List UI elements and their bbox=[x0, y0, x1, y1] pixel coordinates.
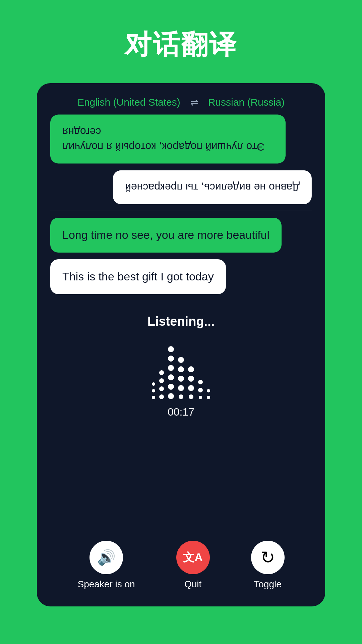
chat-card: English (United States) ⇌ Russian (Russi… bbox=[37, 83, 325, 606]
dot bbox=[188, 385, 194, 391]
bottom-controls: 🔊 Speaker is on 文A Quit ↻ Toggle bbox=[50, 541, 312, 590]
toggle-button[interactable]: ↻ bbox=[251, 541, 285, 574]
flipped-msg-white: Давно не виделись, ты прекрасней bbox=[113, 170, 312, 204]
dot bbox=[178, 366, 184, 372]
language-bar: English (United States) ⇌ Russian (Russi… bbox=[50, 97, 312, 108]
speaker-label: Speaker is on bbox=[77, 579, 135, 590]
dot-col-4 bbox=[178, 357, 184, 399]
toggle-icon: ↻ bbox=[260, 547, 275, 568]
dot bbox=[152, 396, 155, 399]
msg-long-time: Long time no see, you are more beautiful bbox=[50, 218, 282, 253]
timer: 00:17 bbox=[168, 406, 194, 418]
dot bbox=[168, 365, 174, 371]
dot bbox=[152, 382, 155, 386]
msg-best-gift: This is the best gift I got today bbox=[50, 259, 226, 294]
waveform bbox=[152, 339, 210, 399]
dot bbox=[207, 389, 210, 392]
dot bbox=[178, 376, 184, 382]
dot-col-5 bbox=[188, 366, 194, 399]
chat-divider bbox=[50, 211, 312, 211]
page-title: 对话翻译 bbox=[125, 27, 237, 63]
listening-area: Listening... bbox=[50, 304, 312, 590]
dot bbox=[168, 346, 174, 352]
translate-icon: 文A bbox=[183, 550, 203, 565]
toggle-label: Toggle bbox=[254, 579, 282, 590]
toggle-control[interactable]: ↻ Toggle bbox=[251, 541, 285, 590]
dot bbox=[198, 380, 203, 384]
dot bbox=[168, 374, 174, 380]
dot bbox=[159, 378, 164, 383]
dot bbox=[168, 356, 174, 362]
flipped-messages-area: Это лучший подарок, который я получил се… bbox=[50, 115, 312, 204]
flipped-msg-green: Это лучший подарок, который я получил се… bbox=[50, 115, 286, 164]
dot-col-6 bbox=[198, 380, 203, 399]
dot bbox=[188, 376, 194, 382]
speaker-icon: 🔊 bbox=[97, 549, 116, 566]
dot bbox=[198, 388, 203, 392]
dot bbox=[168, 384, 174, 390]
lang-left[interactable]: English (United States) bbox=[77, 97, 180, 108]
dot bbox=[207, 396, 210, 399]
dot-col-7 bbox=[207, 389, 210, 399]
quit-label: Quit bbox=[184, 579, 201, 590]
dot bbox=[179, 394, 183, 399]
speaker-control[interactable]: 🔊 Speaker is on bbox=[77, 541, 135, 590]
dot-col-2 bbox=[159, 370, 164, 399]
speaker-button[interactable]: 🔊 bbox=[89, 541, 123, 574]
dot bbox=[178, 385, 184, 391]
dot bbox=[199, 396, 202, 399]
dot bbox=[168, 393, 174, 399]
quit-control[interactable]: 文A Quit bbox=[176, 541, 210, 590]
normal-messages-area: Long time no see, you are more beautiful… bbox=[50, 218, 312, 294]
dot bbox=[188, 366, 194, 372]
dot bbox=[159, 394, 164, 399]
dot-col-3 bbox=[168, 346, 174, 399]
quit-button[interactable]: 文A bbox=[176, 541, 210, 574]
dot-col-1 bbox=[152, 382, 155, 399]
dot bbox=[189, 394, 193, 399]
lang-right[interactable]: Russian (Russia) bbox=[208, 97, 285, 108]
listening-label: Listening... bbox=[147, 314, 215, 329]
dot bbox=[159, 370, 164, 375]
swap-icon[interactable]: ⇌ bbox=[190, 97, 198, 108]
dot bbox=[152, 389, 155, 392]
dot bbox=[178, 357, 184, 363]
dot bbox=[159, 386, 164, 391]
